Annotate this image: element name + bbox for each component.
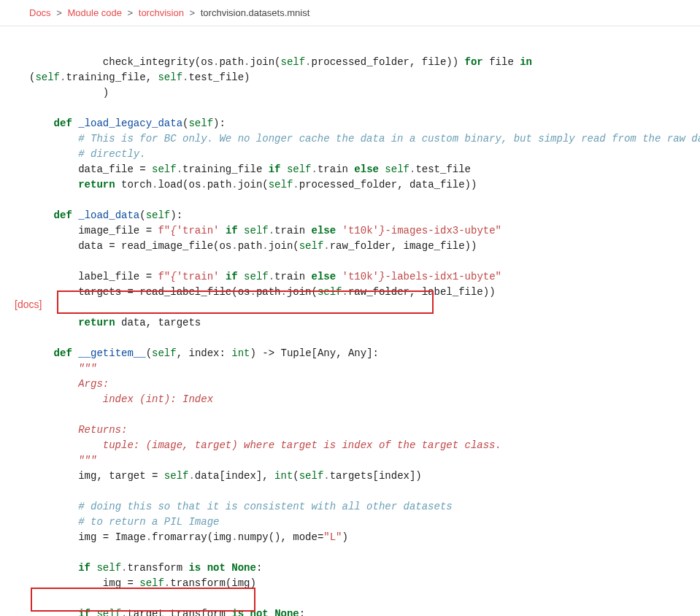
bc-sep: >	[190, 7, 196, 18]
bc-sep: >	[128, 7, 134, 18]
bc-sep: >	[56, 7, 62, 18]
breadcrumb: Docs > Module code > torchvision > torch…	[0, 0, 700, 26]
docs-link[interactable]: [docs]	[15, 297, 42, 312]
bc-docs[interactable]: Docs	[29, 7, 51, 18]
code-block: check_integrity(os.path.join(self.proces…	[0, 26, 700, 616]
bc-module-code[interactable]: Module code	[67, 7, 121, 18]
bc-current: torchvision.datasets.mnist	[201, 7, 310, 18]
bc-torchvision[interactable]: torchvision	[139, 7, 184, 18]
